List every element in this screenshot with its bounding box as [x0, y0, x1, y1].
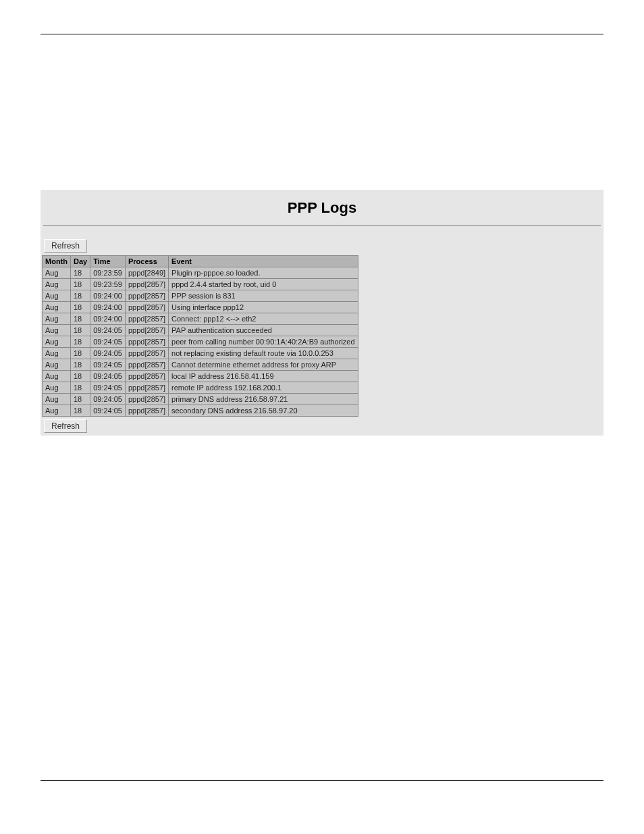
table-row: Aug1809:24:05pppd[2857]remote IP address…	[43, 382, 358, 394]
cell-event: remote IP address 192.168.200.1	[169, 382, 358, 394]
table-row: Aug1809:24:05pppd[2857]PAP authenticatio…	[43, 325, 358, 336]
cell-process: pppd[2857]	[126, 313, 169, 325]
bottom-button-row: Refresh	[41, 419, 603, 436]
cell-event: PAP authentication succeeded	[169, 325, 358, 336]
cell-process: pppd[2857]	[126, 290, 169, 302]
cell-time: 09:24:05	[90, 348, 126, 359]
cell-month: Aug	[43, 302, 71, 313]
table-row: Aug1809:24:05pppd[2857]primary DNS addre…	[43, 394, 358, 405]
cell-day: 18	[70, 394, 90, 405]
table-row: Aug1809:24:00pppd[2857]Connect: ppp12 <-…	[43, 313, 358, 325]
cell-time: 09:24:05	[90, 336, 126, 348]
cell-month: Aug	[43, 325, 71, 336]
cell-day: 18	[70, 279, 90, 290]
cell-event: peer from calling number 00:90:1A:40:2A:…	[169, 336, 358, 348]
table-row: Aug1809:23:59pppd[2849]Plugin rp-pppoe.s…	[43, 267, 358, 279]
cell-month: Aug	[43, 394, 71, 405]
col-day: Day	[70, 256, 90, 267]
cell-time: 09:24:05	[90, 371, 126, 382]
table-row: Aug1809:24:05pppd[2857]local IP address …	[43, 371, 358, 382]
cell-time: 09:24:00	[90, 313, 126, 325]
cell-day: 18	[70, 336, 90, 348]
col-event: Event	[169, 256, 358, 267]
title-divider	[43, 225, 601, 226]
table-row: Aug1809:24:05pppd[2857]peer from calling…	[43, 336, 358, 348]
top-button-row: Refresh	[41, 239, 603, 253]
cell-day: 18	[70, 302, 90, 313]
table-header-row: Month Day Time Process Event	[43, 256, 358, 267]
table-row: Aug1809:23:59pppd[2857]pppd 2.4.4 starte…	[43, 279, 358, 290]
cell-month: Aug	[43, 313, 71, 325]
cell-month: Aug	[43, 279, 71, 290]
cell-event: primary DNS address 216.58.97.21	[169, 394, 358, 405]
table-row: Aug1809:24:05pppd[2857]Cannot determine …	[43, 359, 358, 371]
cell-event: secondary DNS address 216.58.97.20	[169, 405, 358, 417]
cell-day: 18	[70, 405, 90, 417]
cell-month: Aug	[43, 382, 71, 394]
cell-time: 09:24:05	[90, 325, 126, 336]
cell-process: pppd[2857]	[126, 325, 169, 336]
refresh-button-bottom[interactable]: Refresh	[44, 419, 87, 433]
cell-day: 18	[70, 371, 90, 382]
cell-month: Aug	[43, 336, 71, 348]
cell-month: Aug	[43, 267, 71, 279]
cell-day: 18	[70, 313, 90, 325]
cell-process: pppd[2857]	[126, 348, 169, 359]
cell-time: 09:23:59	[90, 279, 126, 290]
table-row: Aug1809:24:00pppd[2857]PPP session is 83…	[43, 290, 358, 302]
cell-event: not replacing existing default route via…	[169, 348, 358, 359]
cell-day: 18	[70, 325, 90, 336]
cell-event: pppd 2.4.4 started by root, uid 0	[169, 279, 358, 290]
cell-month: Aug	[43, 371, 71, 382]
cell-process: pppd[2849]	[126, 267, 169, 279]
cell-event: local IP address 216.58.41.159	[169, 371, 358, 382]
cell-day: 18	[70, 382, 90, 394]
cell-time: 09:24:05	[90, 359, 126, 371]
col-month: Month	[43, 256, 71, 267]
col-process: Process	[126, 256, 169, 267]
cell-month: Aug	[43, 405, 71, 417]
cell-process: pppd[2857]	[126, 302, 169, 313]
cell-time: 09:24:05	[90, 405, 126, 417]
cell-process: pppd[2857]	[126, 336, 169, 348]
cell-process: pppd[2857]	[126, 279, 169, 290]
cell-process: pppd[2857]	[126, 359, 169, 371]
cell-day: 18	[70, 290, 90, 302]
cell-time: 09:23:59	[90, 267, 126, 279]
cell-time: 09:24:00	[90, 302, 126, 313]
page-title: PPP Logs	[41, 190, 603, 225]
cell-month: Aug	[43, 348, 71, 359]
cell-process: pppd[2857]	[126, 394, 169, 405]
col-time: Time	[90, 256, 126, 267]
cell-event: Connect: ppp12 <--> eth2	[169, 313, 358, 325]
table-row: Aug1809:24:05pppd[2857]secondary DNS add…	[43, 405, 358, 417]
cell-time: 09:24:05	[90, 382, 126, 394]
cell-month: Aug	[43, 290, 71, 302]
cell-time: 09:24:05	[90, 394, 126, 405]
bottom-divider	[41, 780, 603, 781]
table-row: Aug1809:24:00pppd[2857]Using interface p…	[43, 302, 358, 313]
cell-day: 18	[70, 348, 90, 359]
cell-event: Cannot determine ethernet address for pr…	[169, 359, 358, 371]
cell-day: 18	[70, 267, 90, 279]
cell-event: PPP session is 831	[169, 290, 358, 302]
logs-panel: PPP Logs Refresh Month Day Time Process …	[41, 190, 603, 436]
top-divider	[41, 34, 603, 34]
cell-process: pppd[2857]	[126, 371, 169, 382]
cell-time: 09:24:00	[90, 290, 126, 302]
cell-process: pppd[2857]	[126, 382, 169, 394]
refresh-button-top[interactable]: Refresh	[44, 239, 87, 253]
cell-month: Aug	[43, 359, 71, 371]
cell-event: Using interface ppp12	[169, 302, 358, 313]
cell-day: 18	[70, 359, 90, 371]
table-row: Aug1809:24:05pppd[2857]not replacing exi…	[43, 348, 358, 359]
cell-process: pppd[2857]	[126, 405, 169, 417]
cell-event: Plugin rp-pppoe.so loaded.	[169, 267, 358, 279]
log-table: Month Day Time Process Event Aug1809:23:…	[42, 255, 358, 417]
